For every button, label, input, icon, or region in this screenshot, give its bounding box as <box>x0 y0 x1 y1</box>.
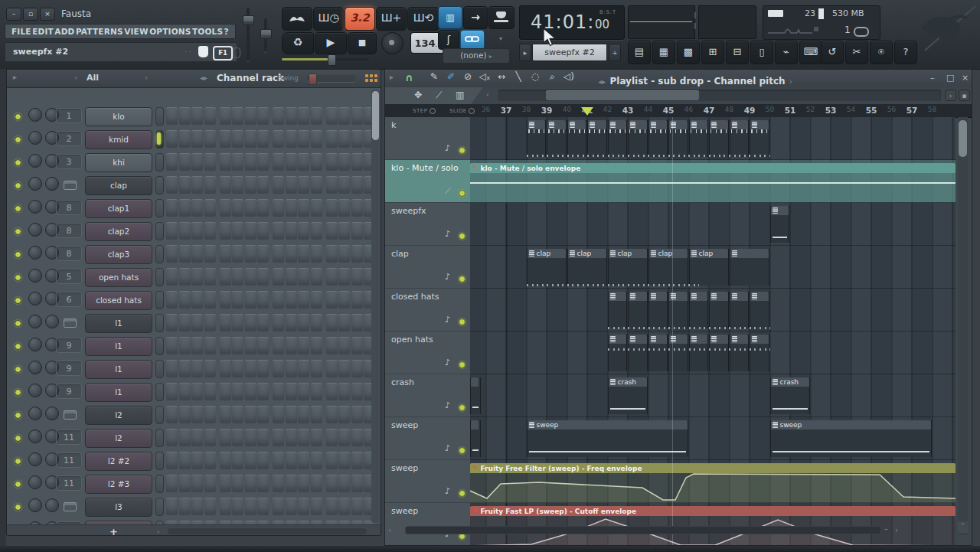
step-cell[interactable] <box>273 199 284 217</box>
lane-row-5[interactable] <box>470 332 956 374</box>
step-cell[interactable] <box>311 314 322 332</box>
undo-button[interactable]: ↺ <box>821 41 844 64</box>
channel-led[interactable] <box>15 412 21 419</box>
step-cell[interactable] <box>204 176 216 194</box>
step-cell[interactable] <box>179 130 191 148</box>
channel-button-clap1[interactable]: clap1 <box>85 199 152 218</box>
step-cell[interactable] <box>220 337 231 354</box>
playlist-title-more[interactable]: › <box>789 77 792 86</box>
step-cell[interactable] <box>232 245 243 263</box>
step-cell[interactable] <box>204 268 216 286</box>
step-cell[interactable] <box>232 268 243 286</box>
channel-badge[interactable]: 6 <box>56 292 82 307</box>
step-cell[interactable] <box>220 107 231 125</box>
pan-knob[interactable] <box>28 498 42 512</box>
step-cell[interactable] <box>273 176 284 194</box>
pattern-clip[interactable] <box>527 120 547 157</box>
step-cell[interactable] <box>298 176 309 194</box>
playlist-collapse-caret[interactable]: ▸ <box>390 73 394 81</box>
hscroll-left-icon[interactable]: ‹ <box>157 528 160 535</box>
step-cell[interactable] <box>220 360 231 377</box>
pan-knob[interactable] <box>28 407 42 420</box>
track-header-sweep[interactable]: sweep♪ <box>385 503 470 546</box>
step-cell[interactable] <box>204 337 216 354</box>
step-cell[interactable] <box>351 268 363 286</box>
pattern-clip[interactable] <box>628 120 648 157</box>
stop-button[interactable]: ■ <box>348 32 377 54</box>
step-cell[interactable] <box>191 268 203 286</box>
step-cell[interactable] <box>326 475 338 492</box>
channel-select-pill[interactable] <box>155 452 164 470</box>
lane-row-2[interactable] <box>470 203 956 246</box>
loop-record-button[interactable]: Ш⟲ <box>407 7 439 31</box>
playlist-maximize-button[interactable]: □ <box>946 73 954 83</box>
typing-to-piano-button[interactable] <box>282 7 312 31</box>
step-cell[interactable] <box>220 314 231 332</box>
step-cell[interactable] <box>245 452 256 469</box>
channel-select-pill[interactable] <box>155 406 164 424</box>
step-cell[interactable] <box>286 475 297 492</box>
pattern-clip[interactable] <box>668 292 688 328</box>
track-content-icon[interactable]: ♪ <box>445 229 450 239</box>
pan-knob[interactable] <box>28 131 42 145</box>
step-cell[interactable] <box>245 176 256 194</box>
volume-knob[interactable] <box>45 407 59 420</box>
step-cell[interactable] <box>273 153 284 171</box>
pattern-clip[interactable] <box>770 206 790 243</box>
step-cell[interactable] <box>311 153 322 171</box>
step-cell[interactable] <box>286 291 297 309</box>
step-cell[interactable] <box>311 176 322 194</box>
automation-clip[interactable]: ✎klo - Mute / solo envelope <box>470 163 956 202</box>
step-cell[interactable] <box>166 199 178 217</box>
minimap-option-button[interactable]: ▪ <box>959 90 970 101</box>
step-cell[interactable] <box>338 153 350 171</box>
step-cell[interactable] <box>220 429 231 446</box>
step-cell[interactable] <box>311 222 322 240</box>
step-cell[interactable] <box>191 291 203 309</box>
step-cell[interactable] <box>338 245 350 263</box>
scroll-right-button[interactable]: › <box>945 90 956 101</box>
record-button[interactable] <box>381 32 403 54</box>
step-cell[interactable] <box>232 475 243 492</box>
pattern-clip[interactable] <box>750 335 769 371</box>
step-cell[interactable] <box>191 452 203 469</box>
step-cell[interactable] <box>298 475 309 492</box>
step-cell[interactable] <box>204 199 216 217</box>
step-cell[interactable] <box>326 337 338 354</box>
scope-panel-2[interactable] <box>698 5 756 39</box>
step-cell[interactable] <box>338 268 350 286</box>
step-cell[interactable] <box>338 383 350 400</box>
step-cell[interactable] <box>232 130 243 148</box>
channel-button-l3[interactable]: l3 <box>85 498 152 517</box>
step-cell[interactable] <box>326 360 338 377</box>
pattern-clip[interactable] <box>730 249 769 286</box>
step-cell[interactable] <box>273 360 284 377</box>
song-mode-button[interactable]: → <box>463 6 488 29</box>
lane-row-6[interactable]: crashcrash <box>470 374 956 417</box>
step-cell[interactable] <box>298 406 309 423</box>
step-cell[interactable] <box>166 406 178 423</box>
step-cell[interactable] <box>351 337 363 354</box>
channel-led[interactable] <box>15 343 21 350</box>
pan-knob[interactable] <box>28 154 42 168</box>
minimap-handle[interactable] <box>546 90 699 100</box>
channel-rack-hscrollbar[interactable] <box>168 528 367 534</box>
step-cell[interactable] <box>257 199 269 217</box>
channel-badge[interactable]: 1 <box>56 108 82 123</box>
pan-knob[interactable] <box>28 430 42 443</box>
step-cell[interactable] <box>220 245 231 263</box>
step-cell[interactable] <box>326 245 338 263</box>
step-cell[interactable] <box>338 360 350 377</box>
channel-button-l2-2[interactable]: l2 #2 <box>85 452 152 471</box>
channel-select-pill[interactable] <box>155 130 164 149</box>
track-header-sweep[interactable]: sweep♪ <box>385 417 470 460</box>
steps-view-icon[interactable]: ▥ <box>456 90 464 100</box>
wait-for-input-button[interactable]: Ш◷ <box>313 7 344 31</box>
step-cell[interactable] <box>326 153 338 171</box>
step-cell[interactable] <box>257 268 269 286</box>
pattern-prev-button[interactable]: ▸ <box>519 44 531 61</box>
step-cell[interactable] <box>286 176 297 194</box>
step-cell[interactable] <box>273 452 284 469</box>
step-cell[interactable] <box>326 406 338 423</box>
playlist-hscroll-handle[interactable] <box>405 526 881 534</box>
